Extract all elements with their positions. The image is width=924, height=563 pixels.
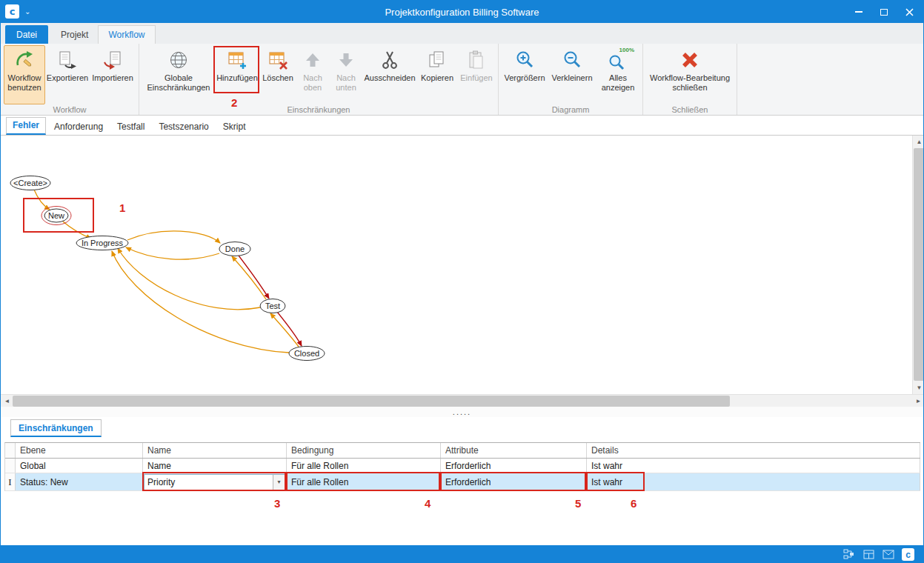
cell-bedingung[interactable]: Für alle Rollen (287, 459, 441, 473)
maximize-button[interactable] (871, 1, 897, 23)
move-up-label: Nach oben (297, 73, 328, 92)
cell-ebene[interactable]: Global (16, 459, 143, 473)
group-label-diagramm: Diagramm (499, 105, 642, 114)
zoom-in-label: Vergrößern (504, 73, 545, 83)
tab-datei[interactable]: Datei (5, 25, 48, 44)
scroll-left-arrow[interactable]: ◄ (1, 395, 13, 407)
column-header-details[interactable]: Details (587, 443, 920, 458)
document-tab-strip: Fehler Anforderung Testfall Testszenario… (1, 116, 923, 136)
doc-tab-anforderung[interactable]: Anforderung (48, 119, 109, 135)
table-row-global[interactable]: Global Name Für alle Rollen Erforderlich… (5, 459, 920, 473)
add-constraint-button[interactable]: Hinzufügen (215, 45, 259, 104)
constraints-grid: Ebene Name Bedingung Attribute Details G… (4, 442, 920, 491)
node-test[interactable]: Test (260, 299, 285, 313)
arrow-down-icon (334, 48, 358, 72)
paste-icon (465, 48, 488, 72)
scroll-down-arrow[interactable]: ▼ (913, 382, 924, 394)
cell-attribute[interactable]: Erforderlich (441, 473, 587, 490)
table-row-status-new[interactable]: I Status: New Priority ▾ Für alle Rollen… (5, 473, 920, 491)
mail-icon[interactable] (882, 548, 895, 562)
title-bar: c ⌄ Projektkonfiguration Billing Softwar… (1, 1, 923, 23)
tab-einschraenkungen[interactable]: Einschränkungen (10, 419, 102, 437)
ribbon-group-einschraenkungen: Globale Einschränkungen Hinzufügen (139, 44, 499, 115)
row-gutter (5, 459, 16, 473)
export-button[interactable]: Exportieren (45, 45, 90, 104)
zoom-in-button[interactable]: Vergrößern (502, 45, 548, 104)
cell-details[interactable]: Ist wahr (587, 459, 920, 473)
column-header-bedingung[interactable]: Bedingung (287, 443, 441, 458)
cell-details[interactable]: Ist wahr (587, 473, 920, 490)
cut-label: Ausschneiden (364, 73, 415, 83)
node-in-progress[interactable]: In Progress (76, 236, 128, 250)
doc-tab-testfall[interactable]: Testfall (111, 119, 150, 135)
import-button[interactable]: Importieren (90, 45, 136, 104)
doc-tab-testszenario[interactable]: Testszenario (153, 119, 214, 135)
use-workflow-label: Workflow benutzen (4, 73, 44, 92)
flowchart-icon[interactable] (842, 548, 855, 562)
node-new[interactable]: New (41, 207, 71, 225)
minimize-icon (855, 11, 862, 13)
zoom-100-badge: 100% (619, 47, 634, 53)
splitter-dots: ..... (453, 407, 471, 416)
horizontal-scroll-thumb[interactable] (13, 396, 730, 407)
doc-tab-skript[interactable]: Skript (217, 119, 252, 135)
column-header-name[interactable]: Name (143, 443, 287, 458)
tab-einschraenkungen-label: Einschränkungen (19, 423, 93, 433)
scroll-right-arrow[interactable]: ► (912, 395, 924, 407)
paste-button: Einfügen (458, 45, 495, 104)
close-workflow-button[interactable]: Workflow-Bearbeitung schließen (646, 45, 734, 104)
doc-tab-fehler[interactable]: Fehler (6, 117, 46, 135)
diagram-canvas[interactable]: <Create> New In Progress Done Test C (1, 136, 924, 407)
constraints-panel: Einschränkungen Ebene Name Bedingung Att… (1, 417, 923, 545)
column-header-attribute[interactable]: Attribute (441, 443, 587, 458)
window-title: Projektkonfiguration Billing Software (1, 1, 923, 23)
diagram-edges (34, 190, 302, 353)
close-icon (905, 8, 914, 16)
grid-view-icon[interactable] (862, 548, 875, 562)
vertical-scroll-thumb[interactable] (914, 148, 924, 381)
tab-projekt[interactable]: Projekt (51, 25, 98, 44)
add-constraint-label: Hinzufügen (216, 73, 258, 83)
cell-name[interactable]: Name (143, 459, 287, 473)
statusbar-logo-icon[interactable]: c (902, 548, 914, 561)
paste-label: Einfügen (460, 73, 492, 83)
delete-constraint-button[interactable]: Löschen (259, 45, 296, 104)
tab-workflow[interactable]: Workflow (98, 25, 155, 44)
close-button[interactable] (897, 1, 922, 23)
node-done[interactable]: Done (219, 242, 250, 256)
node-create[interactable]: <Create> (10, 176, 50, 190)
column-header-ebene[interactable]: Ebene (16, 443, 143, 458)
global-constraints-button[interactable]: Globale Einschränkungen (142, 45, 215, 104)
move-up-button: Nach oben (296, 45, 329, 104)
combobox-dropdown-button[interactable]: ▾ (273, 475, 285, 490)
use-workflow-icon (13, 48, 36, 72)
horizontal-scrollbar[interactable]: ◄ ► (1, 394, 924, 407)
node-closed[interactable]: Closed (289, 347, 325, 361)
zoom-100-icon: 100% (606, 48, 630, 72)
minimize-button[interactable] (846, 1, 871, 23)
vertical-scrollbar[interactable]: ▲ ▼ (912, 136, 924, 394)
chevron-down-icon: ▾ (277, 479, 280, 485)
cell-bedingung[interactable]: Für alle Rollen (287, 473, 441, 490)
priority-combobox[interactable]: Priority ▾ (144, 474, 285, 490)
group-label-workflow: Workflow (1, 105, 139, 114)
scroll-up-arrow[interactable]: ▲ (913, 136, 924, 148)
copy-button[interactable]: Kopieren (416, 45, 458, 104)
cut-button[interactable]: Ausschneiden (363, 45, 416, 104)
group-label-einschraenkungen: Einschränkungen (139, 105, 498, 114)
edit-ibeam-icon: I (8, 476, 11, 488)
header-gutter (5, 443, 16, 458)
node-create-label: <Create> (13, 179, 47, 187)
zoom-out-button[interactable]: Verkleinern (548, 45, 596, 104)
export-icon (56, 48, 79, 72)
cell-attribute[interactable]: Erforderlich (441, 459, 587, 473)
cell-name: Priority ▾ (143, 473, 287, 490)
use-workflow-button[interactable]: Workflow benutzen (4, 45, 45, 104)
zoom-all-button[interactable]: 100% Alles anzeigen (596, 45, 639, 104)
ribbon-group-diagramm: Vergrößern Verkleinern (499, 44, 643, 115)
cell-ebene[interactable]: Status: New (16, 473, 143, 490)
workflow-diagram[interactable]: <Create> New In Progress Done Test C (1, 136, 912, 394)
splitter-handle[interactable]: ..... (1, 407, 923, 417)
group-label-schliessen: Schließen (643, 105, 737, 114)
copy-label: Kopieren (421, 73, 453, 83)
